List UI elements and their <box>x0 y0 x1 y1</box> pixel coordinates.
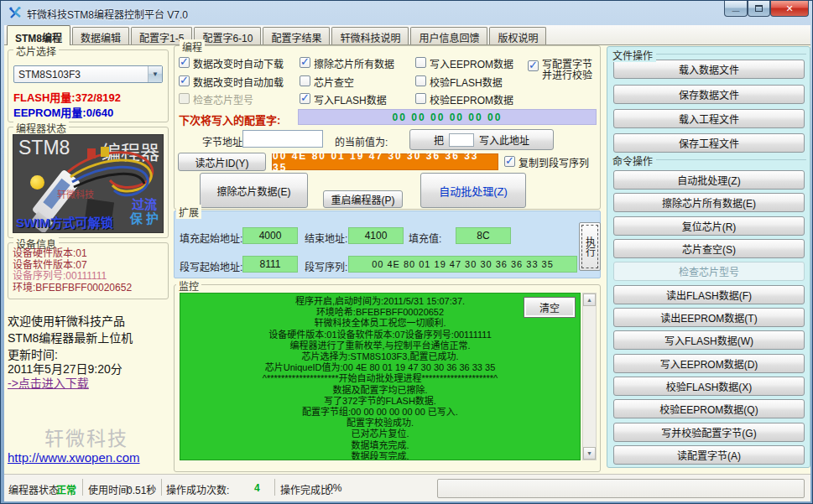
file-load-data-button[interactable]: 载入数据文件 <box>613 60 805 79</box>
log-line: 设备硬件版本:01设备软件版本:07设备序列号:00111111 <box>180 330 580 340</box>
execute-button[interactable]: 执行 <box>579 222 601 271</box>
monitor-scrollbar[interactable]: ▲ ▼ <box>582 293 597 460</box>
checkbox-copy-to-segment[interactable]: 复制到段写序列 <box>504 155 589 169</box>
chip-select-dropdown[interactable]: STM8S103F3 ▼ <box>13 65 163 83</box>
window-title: 轩微科技STM8编程器控制平台 V7.0 <box>27 7 188 21</box>
byte-address-input[interactable] <box>242 130 323 148</box>
chevron-down-icon[interactable]: ▼ <box>148 66 162 82</box>
cmd-ops-title: 命令操作 <box>612 153 656 168</box>
tab-copyright[interactable]: 版权说明 <box>489 27 546 44</box>
restart-programmer-button[interactable]: 重启编程器(P) <box>323 190 403 208</box>
device-hw-version: 设备硬件版本:01 <box>13 248 132 260</box>
fill-value-input[interactable]: 8C <box>456 227 511 244</box>
segment-start-input[interactable]: 8111 <box>242 256 298 273</box>
log-line: 数据段写完成. <box>180 451 580 460</box>
erase-chip-data-button[interactable]: 擦除芯片数据(E) <box>200 173 308 208</box>
programmer-status-group: 编程器状态 STM8 编程器 轩微科 <box>8 127 169 238</box>
main-content: 芯片选择 STM8S103F3 ▼ FLASH用量:372/8192 EEPRO… <box>4 45 810 474</box>
tab-data-edit[interactable]: 数据编辑 <box>72 27 129 44</box>
status-bar: 编程器状态: 正常 使用时间: 0.51秒 操作成功次数: 4 操作完成比: 0… <box>4 474 810 501</box>
log-line: 数据及配置字均已擦除. <box>180 385 580 396</box>
swim-label: SWIM方式可解锁 <box>16 213 113 231</box>
programmer-status-group-title: 编程器状态 <box>13 121 69 135</box>
checkbox-write-eeprom[interactable]: 写入EEPROM数据 <box>415 56 513 70</box>
next-config-value[interactable]: 00 00 00 00 00 00 <box>298 109 597 125</box>
programming-group-title: 编程 <box>180 39 205 54</box>
tab-config-result[interactable]: 配置字结果 <box>263 27 330 44</box>
log-line: 环境哈希:BFEBFBFF00020652 <box>180 307 580 318</box>
device-info-group: 设备信息 设备硬件版本:01 设备软件版本:07 设备序列号:00111111 … <box>8 242 169 299</box>
log-line: 配置字校验成功. <box>180 418 580 429</box>
scroll-up-icon[interactable]: ▲ <box>583 294 596 306</box>
log-line: 编程器进行了重新枚举,与控制平台通信正常. <box>180 340 580 351</box>
close-icon: ✕ <box>785 3 793 14</box>
maximize-icon <box>755 5 763 12</box>
checkbox-write-config-verify[interactable]: 写配置字节并进行校验 <box>528 60 598 81</box>
read-chip-id-button[interactable]: 读芯片ID(Y) <box>178 153 266 171</box>
log-line: 芯片UniqueID值为:00 4E 80 01 19 47 30 30 36 … <box>180 362 580 373</box>
minimize-button[interactable]: — <box>724 1 748 17</box>
log-line: ^********************开始自动批处理进程**********… <box>180 373 580 384</box>
end-address-input[interactable]: 4100 <box>348 227 404 244</box>
log-line: 配置字节组:00 00 00 00 00 00 已写入. <box>180 407 580 418</box>
cmd-write-eeprom-button[interactable]: 写入EEPROM数据(D) <box>613 354 805 373</box>
checkbox-auto-load[interactable]: 数据改变时自动加载 <box>179 75 284 89</box>
monitor-group: 监控 程序开启,启动时间为:2011/5/31 15:07:37. 环境哈希:B… <box>174 284 601 472</box>
download-link[interactable]: ->点击进入下载 <box>8 374 89 391</box>
write-value-box[interactable] <box>449 133 474 147</box>
file-save-data-button[interactable]: 保存数据文件 <box>613 85 805 104</box>
log-line: 数据填充完成. <box>180 440 580 451</box>
cmd-read-config-button[interactable]: 读配置字节(A) <box>613 445 805 465</box>
tab-company-info[interactable]: 轩微科技说明 <box>331 27 409 44</box>
device-serial: 设备序列号:00111111 <box>13 271 132 283</box>
checkbox-write-flash[interactable]: 写入FLASH数据 <box>300 92 387 107</box>
cmd-erase-all-button[interactable]: 擦除芯片所有数据(E) <box>613 193 805 212</box>
extend-group-title: 扩展 <box>176 205 201 219</box>
brand-watermark: 轩微科技 <box>44 423 128 451</box>
checkbox-box <box>179 57 190 68</box>
close-button[interactable]: ✕ <box>770 1 809 17</box>
end-address-label: 结束地址: <box>305 231 347 245</box>
fill-start-input[interactable]: 4000 <box>242 227 298 244</box>
checkbox-verify-flash[interactable]: 校验FLASH数据 <box>415 75 503 89</box>
eeprom-usage-label: EEPROM用量:0/640 <box>13 104 113 120</box>
welcome-line-2: STM8编程器最新上位机 <box>8 329 133 346</box>
checkbox-blank-check[interactable]: 芯片查空 <box>300 75 354 89</box>
monitor-log-area[interactable]: 程序开启,启动时间为:2011/5/31 15:07:37. 环境哈希:BFEB… <box>180 293 581 460</box>
programmer-state-label: 编程器状态: <box>8 482 61 496</box>
cmd-check-model-button: 检查芯片型号 <box>613 262 805 281</box>
segment-seq-input[interactable]: 00 4E 80 01 19 47 30 30 36 36 33 35 <box>348 256 577 273</box>
checkbox-check-model: 检查芯片型号 <box>179 92 253 107</box>
log-line: 已对芯片复位. <box>180 429 580 439</box>
titlebar[interactable]: 轩微科技STM8编程器控制平台 V7.0 — ✕ <box>1 1 812 25</box>
tab-user-feedback[interactable]: 用户信息回馈 <box>410 27 487 44</box>
checkbox-erase-all[interactable]: 擦除芯片所有数据 <box>300 56 394 70</box>
cmd-read-flash-button[interactable]: 读出FLASH数据(F) <box>613 285 805 304</box>
clear-log-button[interactable]: 清空 <box>524 298 575 317</box>
photo-stm8-text: STM8 <box>18 137 70 165</box>
cmd-write-flash-button[interactable]: 写入FLASH数据(W) <box>613 330 805 350</box>
segment-seq-label: 段写序列: <box>305 259 347 273</box>
cmd-read-eeprom-button[interactable]: 读出EEPROM数据(T) <box>613 308 805 327</box>
maximize-button[interactable] <box>748 1 770 17</box>
website-link[interactable]: http://www.xwopen.com <box>8 450 140 465</box>
file-save-project-button[interactable]: 保存工程文件 <box>613 133 805 153</box>
flash-usage-label: FLASH用量:372/8192 <box>13 89 121 105</box>
file-load-project-button[interactable]: 载入工程文件 <box>613 109 805 128</box>
auto-batch-button[interactable]: 自动批处理(Z) <box>420 173 526 208</box>
cmd-verify-flash-button[interactable]: 校验FLASH数据(X) <box>613 377 805 396</box>
file-ops-title: 文件操作 <box>612 48 656 62</box>
cmd-write-verify-config-button[interactable]: 写并校验配置字节(G) <box>613 423 805 442</box>
checkbox-verify-eeprom[interactable]: 校验EEPROM数据 <box>415 92 513 107</box>
progress-bar <box>437 479 805 498</box>
cmd-auto-batch-button[interactable]: 自动批处理(Z) <box>613 170 805 190</box>
tab-stm8-program[interactable]: STM8编程 <box>7 25 70 45</box>
cmd-verify-eeprom-button[interactable]: 校验EEPROM数据(Q) <box>613 399 805 418</box>
scroll-down-icon[interactable]: ▼ <box>583 447 596 460</box>
checkbox-auto-download[interactable]: 数据改变时自动下载 <box>179 56 284 70</box>
middle-panel: 编程 数据改变时自动下载 数据改变时自动加载 检查芯片型号 擦除芯片所有数据 芯… <box>172 43 603 474</box>
smiley-icon <box>30 175 44 190</box>
cmd-reset-chip-button[interactable]: 复位芯片(R) <box>613 216 805 236</box>
write-to-address-button[interactable]: 把 写入此地址 <box>409 129 554 150</box>
cmd-blank-check-button[interactable]: 芯片查空(S) <box>613 239 805 258</box>
